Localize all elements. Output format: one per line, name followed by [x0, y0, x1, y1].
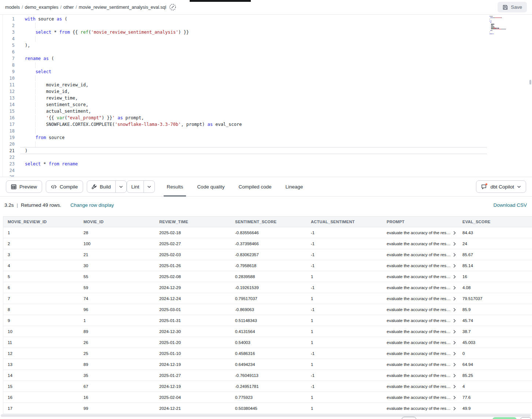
chevron-right-icon[interactable] — [453, 308, 456, 312]
chevron-right-icon[interactable] — [453, 264, 456, 268]
table-cell: 10 — [8, 329, 83, 334]
code-line[interactable] — [20, 128, 532, 134]
indent-guide — [35, 108, 36, 114]
build-button[interactable]: Build — [87, 181, 115, 192]
chevron-right-icon[interactable] — [453, 275, 456, 279]
chevron-right-icon[interactable] — [453, 253, 456, 257]
chevron-right-icon[interactable] — [453, 330, 456, 334]
code-line[interactable]: ), — [20, 42, 532, 49]
code-line[interactable]: select * from {{ ref('movie_review_senti… — [20, 29, 532, 35]
footer-partial-button[interactable] — [402, 417, 416, 419]
code-line[interactable]: review_time, — [20, 95, 532, 101]
dbt-copilot-button[interactable]: dbt Copilot — [476, 180, 526, 193]
code-line[interactable]: SNOWFLAKE.CORTEX.COMPLETE('snowflake-lla… — [20, 121, 532, 128]
table-row: 4302025-01-26-0.7958618-1evaluate the ac… — [3, 260, 532, 271]
code-line[interactable] — [20, 141, 532, 147]
chevron-right-icon[interactable] — [453, 352, 456, 356]
table-cell: 2024-12-29 — [159, 285, 235, 290]
chevron-right-icon[interactable] — [453, 319, 456, 323]
line-number: 12 — [0, 88, 15, 95]
code-line[interactable]: rename as ( — [20, 55, 532, 62]
chevron-right-icon[interactable] — [453, 407, 456, 411]
code-line[interactable]: from source — [20, 134, 532, 141]
chevron-right-icon[interactable] — [453, 341, 456, 345]
editor-minimap[interactable] — [488, 15, 528, 36]
table-cell: 96 — [83, 307, 159, 312]
code-line[interactable] — [20, 49, 532, 55]
editor-gutter: 1234567891011121314151617181920212223242… — [0, 16, 20, 177]
chevron-right-icon[interactable] — [453, 385, 456, 389]
table-cell: 45.003 — [462, 340, 532, 345]
code-line[interactable]: select — [20, 68, 532, 75]
table-row: 14352025-01-27-0.76049113-1evaluate the … — [3, 370, 532, 381]
build-dropdown-chevron[interactable] — [115, 181, 126, 192]
column-header: PROMPT — [387, 220, 462, 224]
prompt-text: evaluate the accuracy of the res… — [387, 384, 451, 389]
footer-partial-button-2[interactable] — [520, 417, 531, 419]
table-cell: -1 — [311, 307, 387, 312]
code-line[interactable]: ) — [20, 147, 532, 154]
column-header: SENTIMENT_SCORE — [235, 220, 311, 224]
code-line[interactable]: select * from rename — [20, 161, 532, 167]
chat-sparkle-icon — [481, 184, 487, 190]
chevron-right-icon[interactable] — [453, 231, 456, 235]
chevron-right-icon[interactable] — [453, 363, 456, 367]
table-cell: 3 — [8, 252, 83, 257]
code-line[interactable] — [20, 174, 532, 177]
code-line[interactable]: movie_review_id, — [20, 82, 532, 88]
code-line[interactable]: sentiment_score, — [20, 101, 532, 108]
code-line[interactable] — [20, 167, 532, 174]
wrench-icon — [92, 184, 97, 190]
tab-lineage[interactable]: Lineage — [286, 177, 303, 196]
lint-button[interactable]: Lint — [127, 181, 144, 192]
table-cell: -1 — [311, 351, 387, 356]
code-line[interactable] — [20, 154, 532, 161]
lint-dropdown-chevron[interactable] — [144, 181, 155, 192]
prompt-cell: evaluate the accuracy of the res… — [387, 285, 462, 290]
table-cell: 2024-12-21 — [159, 406, 235, 411]
compile-button[interactable]: Compile — [46, 180, 83, 193]
chevron-right-icon[interactable] — [453, 297, 456, 301]
code-line[interactable]: actual_sentiment, — [20, 108, 532, 115]
line-number: 19 — [0, 134, 15, 141]
chevron-right-icon[interactable] — [453, 242, 456, 246]
prompt-text: evaluate the accuracy of the res… — [387, 373, 451, 378]
code-line[interactable]: '{{ var("eval_prompt") }}' as prompt, — [20, 115, 532, 121]
tab-code-quality[interactable]: Code quality — [197, 177, 224, 196]
prompt-cell: evaluate the accuracy of the res… — [387, 318, 462, 323]
indent-guide — [35, 62, 36, 68]
code-line[interactable]: movie_id, — [20, 88, 532, 95]
horizontal-scrollbar[interactable] — [1, 414, 531, 417]
editor-code[interactable]: with source as ( select * from {{ ref('m… — [20, 16, 532, 177]
column-header: REVIEW_TIME — [159, 220, 235, 224]
preview-button[interactable]: Preview — [6, 180, 42, 193]
table-cell: 25 — [83, 351, 159, 356]
code-editor[interactable]: 1234567891011121314151617181920212223242… — [0, 15, 532, 177]
code-line[interactable] — [20, 75, 532, 82]
code-line[interactable] — [20, 35, 532, 42]
code-line[interactable] — [20, 62, 532, 68]
save-button[interactable]: Save — [498, 2, 527, 12]
line-number: 13 — [0, 95, 15, 101]
prompt-cell: evaluate the accuracy of the res… — [387, 340, 462, 345]
chevron-right-icon[interactable] — [453, 286, 456, 290]
table-cell: 2025-01-10 — [159, 351, 235, 356]
footer-green-pill[interactable] — [492, 417, 517, 419]
chevron-down-icon — [147, 186, 151, 188]
line-number: 3 — [0, 29, 15, 35]
chevron-right-icon[interactable] — [453, 374, 456, 378]
code-line[interactable] — [20, 22, 532, 29]
indent-guide — [35, 36, 36, 42]
table-cell: 2025-02-04 — [159, 395, 235, 400]
tab-results[interactable]: Results — [167, 177, 183, 196]
change-row-display-link[interactable]: Change row display — [70, 202, 114, 208]
download-csv-link[interactable]: Download CSV — [493, 202, 528, 208]
prompt-text: evaluate the accuracy of the res… — [387, 252, 451, 257]
code-line[interactable]: with source as ( — [20, 16, 532, 22]
results-tabs: ResultsCode qualityCompiled codeLineage — [167, 177, 303, 196]
table-cell: 26 — [83, 340, 159, 345]
chevron-right-icon[interactable] — [453, 396, 456, 400]
editor-scrollbar-thumb[interactable] — [529, 80, 531, 85]
tab-compiled-code[interactable]: Compiled code — [238, 177, 271, 196]
prompt-text: evaluate the accuracy of the res… — [387, 351, 451, 356]
